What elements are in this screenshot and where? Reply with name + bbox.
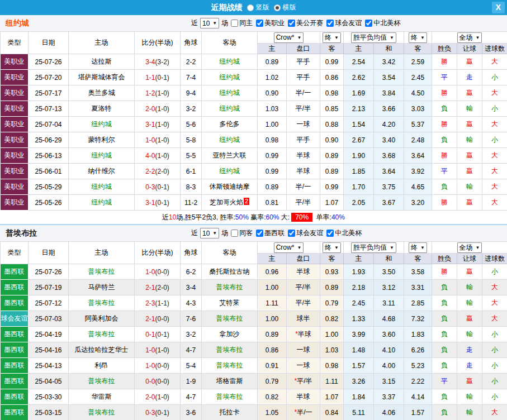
result-handicap-cell: 輸 (457, 179, 482, 195)
match-row: 美职业25-07-26达拉斯3-4(3-2)2-2纽约城0.89平手0.992.… (1, 54, 507, 70)
summary-segment: 场,胜5平2负3, 胜率: (176, 213, 235, 222)
col-header-home: 主场 (69, 32, 135, 54)
avg-time-select[interactable]: 终▼ (409, 242, 427, 253)
competition-filter[interactable]: 球会友谊 (324, 18, 362, 28)
odds-time-header: 终▼ (320, 242, 344, 254)
layout-radio-horizontal[interactable]: 横版 (274, 3, 296, 12)
home-odds-cell: 0.82 (258, 389, 287, 405)
scope-select[interactable]: 全场▼ (457, 242, 482, 253)
competition-checkbox[interactable] (288, 20, 295, 27)
match-row: 美职业25-07-04纽约城3-1(1-0)5-6多伦多1.00一球0.881.… (1, 117, 507, 132)
avg-odds-header: 胜平负均值▼ (344, 32, 404, 44)
competition-checkbox[interactable] (326, 20, 334, 27)
avg-odds-select[interactable]: 胜平负均值▼ (351, 32, 396, 43)
chevron-down-icon: ▼ (420, 245, 425, 250)
avg-time-select[interactable]: 终▼ (409, 32, 427, 43)
sub-header-handicap: 盘口 (287, 254, 320, 264)
score-cell: 2-0(1-0) (135, 389, 181, 405)
corner-cell: 3-2 (181, 101, 202, 117)
layout-radio-vertical[interactable]: 竖版 (247, 3, 269, 12)
sub-header-home-odds: 主 (258, 44, 287, 54)
filter-bar: 近 10▼ 场 同主 美职业美公开赛球会友谊中北美杯 (191, 18, 401, 28)
odds-company-select[interactable]: Crow*▼ (274, 32, 304, 43)
handicap-cell: 平/半 (287, 295, 320, 311)
close-button[interactable]: X (492, 2, 505, 13)
result-wdl-cell: 平 (432, 164, 457, 179)
match-date-cell: 25-04-19 (29, 327, 69, 342)
scope-select[interactable]: 全场▼ (457, 32, 482, 43)
competition-label: 墨西联 (264, 228, 285, 238)
home-odds-cell: 0.96 (258, 264, 287, 280)
away-odds-cell: 0.89 (320, 164, 344, 179)
result-goals-cell: 大 (482, 54, 507, 70)
result-handicap-cell: 輸 (457, 295, 482, 311)
competition-checkbox[interactable] (288, 230, 295, 237)
away-team-cell: 芝加哥火焰2 (202, 195, 258, 211)
odds-company-select[interactable]: Crow*▼ (274, 242, 304, 253)
handicap-cell: 半球 (287, 164, 320, 179)
home-team-cell: 普埃布拉 (69, 405, 135, 420)
result-goals-cell: 小 (482, 358, 507, 374)
result-goals-cell: 小 (482, 327, 507, 342)
home-team-cell: 普埃布拉 (69, 327, 135, 342)
competition-filter[interactable]: 美职业 (253, 18, 285, 28)
competition-checkbox[interactable] (256, 230, 263, 237)
avg-time-header: 终▼ (404, 32, 432, 44)
corner-cell: 5-8 (181, 132, 202, 148)
result-handicap-cell: 輸 (457, 132, 482, 148)
odds-time-header: 终▼ (320, 32, 344, 44)
home-team-cell: 利昂 (69, 358, 135, 374)
same-venue-label: 同客 (239, 228, 253, 238)
competition-filter[interactable]: 中北美杯 (362, 18, 400, 28)
competition-filter[interactable]: 墨西联 (253, 228, 285, 238)
team-name: 普埃布拉 (6, 228, 37, 238)
result-handicap-cell: 贏 (457, 117, 482, 132)
match-date-cell: 25-07-26 (29, 264, 69, 280)
col-header-date: 日期 (29, 242, 69, 264)
avg-away-cell: 4.50 (404, 85, 432, 101)
competition-checkbox[interactable] (326, 230, 334, 237)
recent-count-select[interactable]: 10▼ (200, 228, 219, 238)
page-title: 近期战绩 (211, 3, 243, 13)
match-date-cell: 25-06-01 (29, 164, 69, 179)
competition-filter[interactable]: 中北美杯 (324, 228, 362, 238)
away-odds-cell: 0.86 (320, 70, 344, 85)
sub-header-avg-draw: 和 (374, 254, 404, 264)
recent-count-select[interactable]: 10▼ (200, 18, 219, 28)
result-handicap-cell: 走 (457, 358, 482, 374)
summary-segment: 大: (279, 213, 290, 222)
same-venue-filter[interactable]: 同主 (228, 18, 253, 28)
away-odds-cell: 1.00 (320, 327, 344, 342)
odds-time-select[interactable]: 终▼ (323, 32, 341, 43)
avg-home-cell: 1.33 (344, 311, 374, 327)
score-cell: 2-2(2-0) (135, 164, 181, 179)
competition-filter[interactable]: 球会友谊 (285, 228, 323, 238)
same-venue-checkbox[interactable] (231, 230, 238, 237)
handicap-cell: 半球 (287, 389, 320, 405)
result-goals-cell: 大 (482, 311, 507, 327)
avg-draw-cell: 4.10 (374, 342, 404, 358)
avg-home-cell: 1.90 (344, 148, 374, 164)
avg-odds-select[interactable]: 胜平负均值▼ (351, 242, 396, 253)
sub-header-away-odds: 客 (320, 254, 344, 264)
match-date-cell: 25-07-12 (29, 295, 69, 311)
corner-cell: 5-6 (181, 117, 202, 132)
home-odds-cell: 0.81 (258, 195, 287, 211)
score-cell: 1-0(1-0) (135, 132, 181, 148)
competition-filter[interactable]: 美公开赛 (285, 18, 323, 28)
same-venue-filter[interactable]: 同客 (228, 228, 253, 238)
filter-bar: 近 10▼ 场 同客 墨西联球会友谊中北美杯 (191, 228, 362, 238)
competition-checkbox[interactable] (365, 20, 372, 27)
avg-draw-cell: 3.40 (374, 132, 404, 148)
avg-draw-cell: 3.75 (374, 179, 404, 195)
handicap-cell: 半球 (287, 148, 320, 164)
odds-time-select[interactable]: 终▼ (323, 242, 341, 253)
chevron-down-icon: ▼ (297, 35, 301, 40)
avg-draw-cell: 3.37 (374, 389, 404, 405)
avg-draw-cell: 3.11 (374, 295, 404, 311)
match-row: 墨西联25-04-19普埃布拉0-1(0-1)3-2拿加沙0.89*半球1.00… (1, 327, 507, 342)
match-type-cell: 美职业 (1, 195, 29, 211)
same-venue-checkbox[interactable] (231, 20, 238, 27)
competition-checkbox[interactable] (256, 20, 263, 27)
summary-segment: 10 (169, 213, 176, 221)
